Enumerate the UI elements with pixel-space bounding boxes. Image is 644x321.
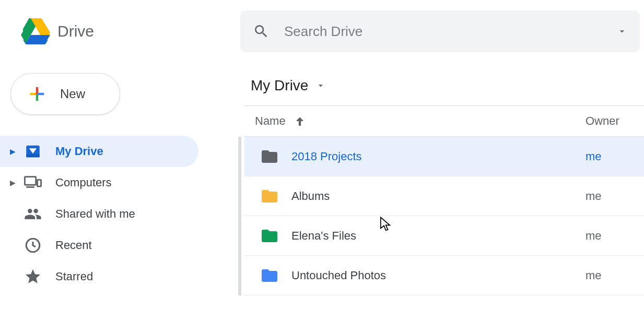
chevron-down-icon — [315, 80, 326, 91]
sidebar-item-label: Computers — [55, 176, 112, 189]
sidebar-item-shared[interactable]: Shared with me — [0, 198, 209, 230]
plus-icon — [27, 84, 48, 104]
file-owner: me — [586, 229, 638, 243]
file-row[interactable]: Elena's Files me — [244, 216, 644, 256]
column-owner-label: Owner — [586, 114, 619, 127]
file-name: Albums — [291, 189, 586, 203]
drive-icon — [20, 142, 46, 160]
svg-rect-7 — [26, 154, 40, 158]
svg-rect-10 — [26, 186, 34, 188]
search-icon — [253, 23, 270, 40]
breadcrumb[interactable]: My Drive — [240, 68, 644, 105]
search-input[interactable] — [284, 23, 617, 40]
file-row[interactable]: Albums me — [244, 176, 644, 216]
expand-caret-icon[interactable]: ▶ — [5, 179, 20, 187]
file-owner: me — [586, 150, 638, 163]
file-owner: me — [586, 269, 638, 282]
file-list: 2018 Projects me Albums me Elena's Files… — [244, 137, 644, 295]
column-headers: Name Owner — [244, 106, 644, 137]
breadcrumb-current: My Drive — [251, 77, 308, 94]
folder-icon — [260, 227, 291, 245]
search-bar[interactable] — [240, 10, 640, 52]
expand-caret-icon[interactable]: ▶ — [5, 147, 20, 156]
nav-list: ▶ My Drive ▶ Computers Shared with me — [0, 136, 209, 292]
sidebar-item-label: Shared with me — [55, 207, 135, 221]
sidebar-item-starred[interactable]: Starred — [0, 261, 209, 292]
folder-icon — [260, 147, 291, 166]
sort-ascending-icon — [293, 114, 307, 128]
main-content: My Drive Name Owner 2018 Projects me Alb… — [240, 68, 644, 295]
search-options-dropdown-icon[interactable] — [617, 26, 627, 37]
column-owner[interactable]: Owner — [586, 114, 638, 128]
computers-icon — [20, 174, 46, 192]
column-name-label: Name — [255, 114, 286, 128]
sidebar: New ▶ My Drive ▶ Computers Shared with m… — [0, 73, 209, 292]
file-row[interactable]: Untouched Photos me — [244, 256, 644, 295]
new-button[interactable]: New — [10, 73, 120, 115]
app-name: Drive — [57, 22, 94, 40]
file-name: Untouched Photos — [291, 269, 586, 282]
file-name: Elena's Files — [291, 229, 586, 243]
shared-icon — [20, 205, 46, 223]
star-icon — [20, 268, 46, 286]
sidebar-item-my-drive[interactable]: ▶ My Drive — [0, 136, 198, 167]
drive-logo-icon — [21, 18, 50, 44]
clock-icon — [20, 236, 46, 254]
folder-icon — [260, 187, 291, 206]
drive-logo[interactable]: Drive — [21, 18, 94, 44]
column-name[interactable]: Name — [255, 114, 586, 128]
file-row[interactable]: 2018 Projects me — [244, 137, 644, 176]
sidebar-item-computers[interactable]: ▶ Computers — [0, 167, 209, 198]
new-button-label: New — [60, 87, 85, 101]
sidebar-item-label: Starred — [55, 270, 93, 283]
sidebar-item-label: My Drive — [55, 145, 103, 158]
sidebar-item-recent[interactable]: Recent — [0, 230, 209, 261]
scrollbar-indicator — [238, 137, 241, 295]
file-owner: me — [586, 189, 638, 203]
file-name: 2018 Projects — [291, 150, 586, 163]
sidebar-item-label: Recent — [55, 239, 92, 252]
folder-icon — [260, 266, 291, 285]
